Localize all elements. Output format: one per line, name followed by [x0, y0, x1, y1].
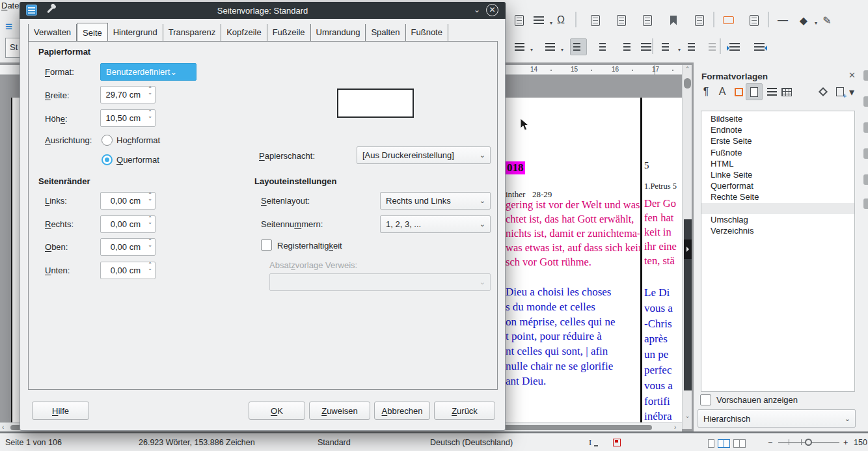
horizontal-line-icon[interactable]: ―▾: [774, 12, 791, 29]
landscape-radio[interactable]: [102, 154, 113, 165]
reset-button[interactable]: Zurück: [434, 402, 495, 420]
insert-comment-icon[interactable]: ▾: [691, 12, 708, 29]
status-word-count[interactable]: 26.923 Wörter, 153.886 Zeichen: [139, 438, 255, 447]
paragraph-style-icon[interactable]: ≡: [5, 20, 12, 34]
page-styles-icon[interactable]: ▾: [746, 83, 763, 100]
sidebar-tab-sliver[interactable]: [863, 174, 868, 185]
dialog-tab[interactable]: Seite: [77, 23, 108, 42]
margin-top-input[interactable]: 0,00 cm⌃⌄: [100, 238, 156, 256]
dialog-tab[interactable]: Fußnote: [406, 24, 448, 41]
align-center-icon[interactable]: ▾: [594, 38, 611, 55]
insert-text-box-icon[interactable]: ▾: [746, 12, 763, 29]
sidebar-tab-sliver[interactable]: [863, 122, 868, 133]
dialog-tab[interactable]: Verwalten: [28, 24, 77, 41]
multi-page-view-icon2[interactable]: [724, 439, 730, 448]
show-previews-checkbox[interactable]: [700, 394, 711, 405]
insert-page-break-icon[interactable]: ▾: [511, 12, 528, 29]
new-style-from-selection-icon[interactable]: ▾: [832, 83, 848, 100]
separator[interactable]: ▾: [575, 12, 576, 27]
cancel-button[interactable]: Abbrechen: [374, 402, 430, 420]
single-page-view-icon[interactable]: [708, 439, 714, 448]
style-list-item[interactable]: Rechte Seite: [701, 191, 854, 202]
styles-actions-arrow-icon[interactable]: ▾▾: [847, 83, 856, 100]
apply-button[interactable]: Zuweisen: [309, 402, 370, 420]
width-input[interactable]: 29,70 cm ⌃⌄: [100, 86, 156, 103]
format-select[interactable]: Benutzerdefiniert⌄: [100, 63, 197, 81]
insert-field-icon[interactable]: ▾: [530, 12, 547, 29]
sidebar-hide-grip[interactable]: [684, 239, 692, 259]
decrease-indent-icon[interactable]: ▾: [751, 38, 768, 55]
help-button[interactable]: Hilfe: [32, 402, 89, 420]
book-view-icon2[interactable]: [739, 439, 746, 448]
insert-cross-reference-icon[interactable]: ▾: [587, 12, 604, 29]
margin-left-input[interactable]: 0,00 cm⌃⌄: [100, 192, 156, 210]
style-list-item[interactable]: [701, 203, 854, 214]
dialog-tab[interactable]: Umrandung: [311, 24, 366, 41]
fill-format-mode-icon[interactable]: ▾: [815, 83, 832, 100]
ruler-margin-marker[interactable]: [655, 65, 655, 75]
paper-tray-select[interactable]: [Aus Druckereinstellung]⌄: [357, 146, 491, 164]
sidebar-tab-sliver[interactable]: [863, 198, 868, 209]
style-filter-select[interactable]: Hierarchisch⌄: [698, 409, 856, 428]
dialog-tab[interactable]: Kopfzeile: [221, 24, 267, 41]
page-layout-select[interactable]: Rechts und Links⌄: [380, 192, 491, 210]
unordered-list-icon[interactable]: ▾: [511, 38, 528, 55]
zoom-out-icon[interactable]: −: [768, 438, 772, 447]
character-styles-icon[interactable]: A▾: [714, 83, 731, 100]
vertical-scrollbar-thumb[interactable]: [684, 78, 691, 89]
dropdown-arrow-icon[interactable]: ▾: [530, 47, 533, 53]
sidebar-tab-sliver[interactable]: [863, 148, 868, 159]
close-icon[interactable]: ✕: [848, 70, 856, 80]
zoom-slider-handle[interactable]: [805, 439, 812, 446]
style-list-item[interactable]: Bildseite: [701, 113, 854, 124]
style-list-item[interactable]: Verzeichnis: [701, 225, 854, 236]
menu-datei[interactable]: Date: [1, 1, 19, 10]
align-left-icon[interactable]: ▾: [570, 38, 587, 55]
insert-bookmark-icon[interactable]: ▾: [665, 12, 682, 29]
table-styles-icon[interactable]: ▾: [778, 83, 795, 100]
scroll-up-icon[interactable]: ⌃: [683, 66, 692, 72]
margin-right-input[interactable]: 0,00 cm⌃⌄: [100, 215, 156, 233]
dropdown-arrow-icon[interactable]: ▾: [815, 20, 817, 26]
close-icon[interactable]: ✕: [486, 4, 498, 16]
margin-bottom-input[interactable]: 0,00 cm⌃⌄: [100, 262, 156, 279]
ok-button[interactable]: OK: [249, 402, 305, 420]
insert-endnote-icon[interactable]: ▾: [639, 12, 656, 29]
spinner-icons[interactable]: ⌃⌄: [148, 111, 152, 118]
dialog-titlebar[interactable]: Seitenvorlage: Standard ⌄ ✕: [20, 2, 506, 19]
dialog-tab[interactable]: Hintergrund: [108, 24, 163, 41]
scroll-left-icon[interactable]: ‹: [2, 424, 4, 431]
align-right-icon[interactable]: ▾: [617, 38, 634, 55]
portrait-radio[interactable]: [102, 135, 113, 146]
sidebar-tab-sliver[interactable]: [863, 96, 868, 107]
register-true-checkbox[interactable]: [261, 239, 272, 251]
sidebar-tab-sliver[interactable]: [863, 70, 868, 81]
insert-frame-icon[interactable]: ▾: [720, 12, 737, 29]
dropdown-arrow-icon[interactable]: ▾: [561, 47, 563, 53]
scroll-right-icon[interactable]: ›: [674, 424, 676, 431]
zoom-in-icon[interactable]: +: [843, 438, 848, 447]
dialog-tab[interactable]: Transparenz: [163, 24, 222, 41]
spinner-icons[interactable]: ⌃⌄: [148, 87, 152, 95]
dropdown-arrow-icon[interactable]: ▾: [678, 47, 681, 53]
separator[interactable]: ▾: [720, 38, 721, 54]
style-list-item[interactable]: Umschlag: [701, 214, 854, 225]
insert-special-character-icon[interactable]: Ω▾: [552, 12, 569, 29]
shade-icon[interactable]: ⌄: [474, 5, 480, 14]
style-list-item[interactable]: Endnote: [701, 124, 854, 135]
style-list-item[interactable]: Erste Seite: [701, 135, 854, 146]
style-list-item[interactable]: Querformat: [701, 180, 854, 191]
zoom-percent[interactable]: 150: [854, 438, 867, 447]
unsaved-changes-icon[interactable]: [613, 439, 621, 446]
insert-mode-icon[interactable]: I: [589, 438, 591, 448]
insert-footnote-icon[interactable]: ▾: [613, 12, 630, 29]
ordered-list-icon[interactable]: ▾: [541, 38, 558, 55]
separator[interactable]: ▾: [713, 12, 714, 27]
line-spacing-icon[interactable]: ▾: [658, 38, 675, 55]
increase-indent-icon[interactable]: ▾: [726, 38, 743, 55]
page-styles-list[interactable]: BildseiteEndnoteErste SeiteFußnoteHTMLLi…: [701, 111, 855, 392]
style-list-item[interactable]: HTML: [701, 158, 854, 169]
status-page[interactable]: Seite 1 von 106: [5, 438, 62, 447]
scroll-down-icon[interactable]: ⌄: [683, 413, 692, 419]
separator[interactable]: ▾: [652, 38, 653, 54]
